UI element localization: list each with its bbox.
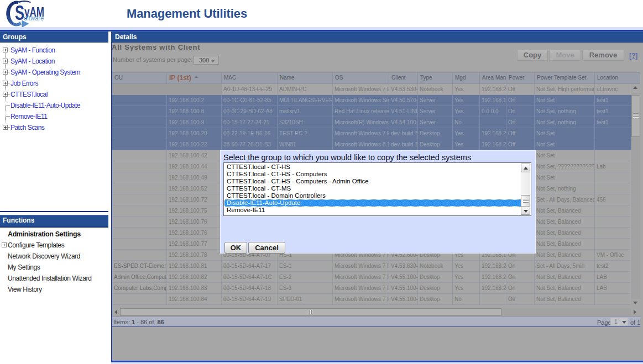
svg-text:S: S (15, 2, 24, 24)
svg-text:oftware: oftware (24, 14, 44, 22)
